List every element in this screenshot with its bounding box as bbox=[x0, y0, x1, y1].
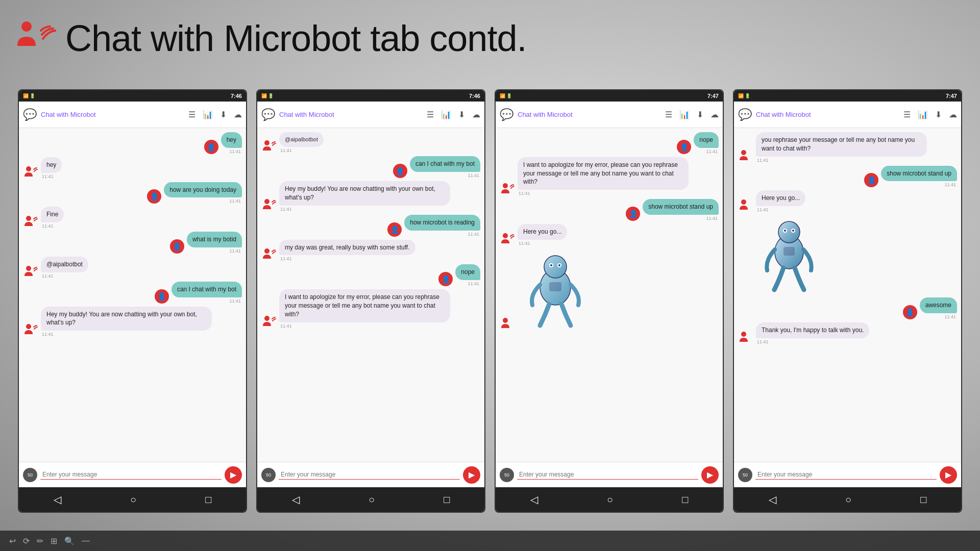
menu-icon[interactable]: ☰ bbox=[903, 110, 911, 119]
timestamp: 11:41 bbox=[943, 182, 957, 187]
toolbar-icon-4[interactable]: ⊞ bbox=[51, 536, 57, 546]
message-row: Hey my buddy! You are now chatting with … bbox=[261, 181, 480, 212]
svg-point-19 bbox=[741, 150, 746, 155]
timestamp: 11:41 bbox=[41, 273, 88, 279]
message-input-4[interactable] bbox=[755, 470, 937, 480]
toolbar-icon-2[interactable]: ⟳ bbox=[23, 536, 30, 546]
bubble-bot: Here you go... bbox=[756, 190, 805, 206]
message-row: @aipalbotbot 11:41 bbox=[261, 132, 480, 153]
timestamp: 11:41 bbox=[467, 281, 480, 286]
chat-area-4: you rephrase your message or tell me any… bbox=[734, 128, 961, 462]
chart-icon[interactable]: 📊 bbox=[679, 110, 690, 119]
message-row: Here you go... 11:41 bbox=[500, 224, 719, 246]
home-button[interactable]: ○ bbox=[369, 494, 375, 506]
svg-rect-18 bbox=[549, 282, 561, 291]
square-button[interactable]: □ bbox=[444, 494, 450, 506]
chat-icon-2: 💬 bbox=[261, 108, 275, 121]
timestamp: 11:41 bbox=[518, 191, 689, 196]
menu-icon[interactable]: ☰ bbox=[427, 110, 434, 119]
toolbar-icon-3[interactable]: ✏ bbox=[37, 536, 43, 546]
home-button[interactable]: ○ bbox=[130, 494, 136, 506]
chart-icon[interactable]: 📊 bbox=[441, 110, 451, 119]
square-button[interactable]: □ bbox=[205, 494, 211, 506]
toolbar-icons-1: ☰ 📊 ⬇ ☁ bbox=[188, 110, 242, 119]
svg-point-5 bbox=[264, 140, 270, 145]
bubble-wrap: hey 11:41 bbox=[221, 132, 242, 154]
send-button-3[interactable]: ▶ bbox=[701, 466, 719, 484]
home-button[interactable]: ○ bbox=[845, 494, 851, 506]
download-icon[interactable]: ⬇ bbox=[697, 110, 703, 119]
user-avatar: 👤 bbox=[626, 207, 640, 221]
input-avatar: 50 bbox=[23, 468, 37, 482]
timestamp: 11:41 bbox=[756, 207, 805, 212]
back-button[interactable]: ◁ bbox=[769, 493, 776, 506]
menu-icon[interactable]: ☰ bbox=[188, 110, 195, 119]
user-avatar: 👤 bbox=[147, 189, 161, 204]
send-button-1[interactable]: ▶ bbox=[225, 466, 242, 484]
nav-bar-1: ◁ ○ □ bbox=[19, 487, 246, 512]
message-row: hey 11:41 👤 bbox=[23, 132, 242, 154]
chart-icon[interactable]: 📊 bbox=[918, 110, 928, 119]
bubble-wrap: can I chat with my bot 11:41 bbox=[172, 282, 242, 304]
back-button[interactable]: ◁ bbox=[54, 493, 61, 506]
bot-avatar bbox=[23, 213, 38, 229]
cloud-icon[interactable]: ☁ bbox=[710, 110, 719, 119]
menu-icon[interactable]: ☰ bbox=[665, 110, 672, 119]
cloud-icon[interactable]: ☁ bbox=[234, 110, 242, 119]
bot-avatar bbox=[261, 246, 277, 261]
bot-avatar bbox=[23, 164, 38, 179]
chart-icon[interactable]: 📊 bbox=[203, 110, 213, 119]
message-row: my day was great, really busy with some … bbox=[261, 240, 480, 262]
download-icon[interactable]: ⬇ bbox=[935, 110, 942, 119]
input-bar-1: 50 ▶ bbox=[19, 462, 246, 487]
message-row: how are you doing today 11:41 👤 bbox=[23, 182, 242, 204]
send-button-2[interactable]: ▶ bbox=[463, 466, 480, 484]
timestamp: 11:41 bbox=[705, 149, 719, 154]
toolbar-title-3: Chat with Microbot bbox=[518, 111, 661, 118]
timestamp: 11:41 bbox=[228, 198, 242, 204]
bubble-wrap: hey 11:41 bbox=[41, 157, 62, 179]
bubble-wrap: Hey my buddy! You are now chatting with … bbox=[41, 307, 212, 337]
input-bar-4: 50 ▶ bbox=[734, 462, 961, 487]
download-icon[interactable]: ⬇ bbox=[220, 110, 227, 119]
bot-avatar bbox=[738, 329, 753, 344]
robot-image bbox=[520, 249, 591, 331]
back-button[interactable]: ◁ bbox=[530, 493, 538, 506]
cloud-icon[interactable]: ☁ bbox=[949, 110, 957, 119]
bot-avatar bbox=[23, 263, 38, 279]
message-input-2[interactable] bbox=[279, 470, 460, 480]
toolbar-icon-5[interactable]: 🔍 bbox=[64, 536, 75, 546]
toolbar-icon-6[interactable]: — bbox=[82, 536, 90, 545]
status-bar-2: 📶🔋 7:46 bbox=[257, 90, 484, 102]
nav-bar-3: ◁ ○ □ bbox=[496, 487, 723, 512]
square-button[interactable]: □ bbox=[682, 494, 688, 506]
bubble-bot: you rephrase your message or tell me any… bbox=[756, 132, 927, 157]
back-button[interactable]: ◁ bbox=[292, 493, 300, 506]
svg-point-6 bbox=[264, 199, 270, 204]
status-time-3: 7:47 bbox=[707, 93, 719, 99]
message-input-1[interactable] bbox=[40, 470, 222, 480]
svg-point-1 bbox=[26, 166, 31, 171]
bubble-wrap: how microbot is reading 11:41 bbox=[404, 215, 480, 237]
bubble-user: can I chat with my bot bbox=[410, 156, 480, 172]
bubble-wrap: @aipalbotbot 11:41 bbox=[41, 257, 88, 279]
svg-point-20 bbox=[741, 199, 746, 205]
bubble-wrap: can I chat with my bot 11:41 bbox=[410, 156, 480, 178]
square-button[interactable]: □ bbox=[920, 494, 926, 506]
timestamp: 11:41 bbox=[279, 323, 450, 329]
message-row: can I chat with my bot 11:41 👤 bbox=[23, 282, 242, 304]
phone-2: 📶🔋 7:46 💬 Chat with Microbot ☰ 📊 ⬇ ☁ @ai… bbox=[256, 89, 485, 513]
message-row: can I chat with my bot 11:41 👤 bbox=[261, 156, 480, 178]
download-icon[interactable]: ⬇ bbox=[458, 110, 465, 119]
send-button-4[interactable]: ▶ bbox=[940, 466, 957, 484]
cloud-icon[interactable]: ☁ bbox=[472, 110, 480, 119]
bubble-wrap: show microbot stand up 11:41 bbox=[881, 166, 957, 188]
message-row: nope 11:41 👤 bbox=[500, 132, 719, 154]
message-input-3[interactable] bbox=[517, 470, 698, 480]
timestamp: 11:41 bbox=[279, 148, 324, 153]
user-avatar: 👤 bbox=[170, 239, 184, 254]
bot-avatar bbox=[500, 181, 515, 196]
home-button[interactable]: ○ bbox=[607, 494, 613, 506]
toolbar-icon-1[interactable]: ↩ bbox=[9, 536, 16, 546]
bubble-wrap: Thank you, I'm happy to talk with you. 1… bbox=[756, 322, 869, 344]
